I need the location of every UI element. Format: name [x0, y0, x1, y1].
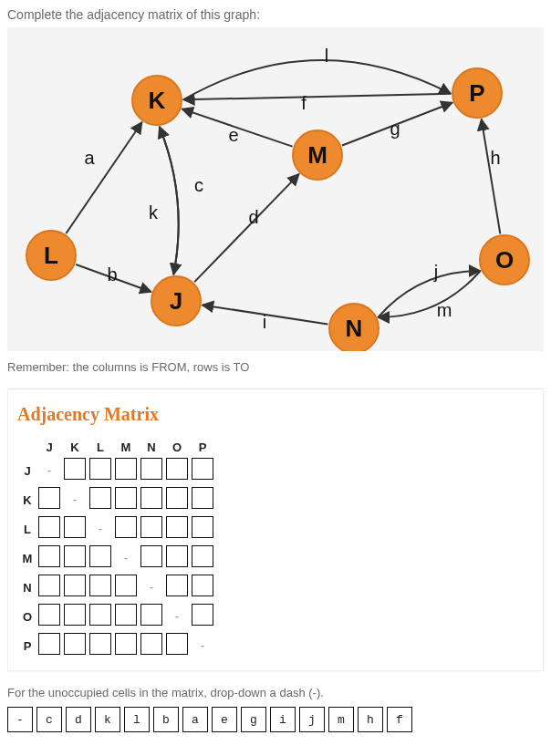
- answer-tile[interactable]: b: [153, 707, 179, 732]
- matrix-cell-slot[interactable]: [38, 575, 60, 596]
- graph-edge-label: c: [194, 175, 203, 195]
- matrix-cell-slot[interactable]: [89, 545, 111, 567]
- adjacency-matrix-table: JKLMNOP J-K-L-M-N-O-P-: [17, 438, 216, 661]
- matrix-cell-slot[interactable]: [38, 545, 60, 567]
- matrix-cell-slot[interactable]: [89, 604, 111, 626]
- graph-node-label: O: [495, 246, 514, 274]
- matrix-cell-slot[interactable]: [64, 458, 86, 480]
- matrix-panel: Adjacency Matrix JKLMNOP J-K-L-M-N-O-P-: [7, 388, 544, 671]
- matrix-cell-slot[interactable]: [192, 487, 213, 509]
- row-header: M: [19, 544, 36, 572]
- matrix-cell-slot[interactable]: [140, 516, 162, 538]
- col-header: J: [37, 440, 61, 455]
- matrix-cell-slot[interactable]: [115, 487, 137, 509]
- row-header: N: [19, 574, 36, 601]
- matrix-cell-slot[interactable]: [115, 458, 137, 480]
- matrix-cell-slot[interactable]: [89, 487, 111, 509]
- matrix-cell-slot[interactable]: [64, 516, 86, 538]
- footer-text: For the unoccupied cells in the matrix, …: [7, 686, 544, 699]
- answer-tile[interactable]: a: [182, 707, 208, 732]
- matrix-cell-slot[interactable]: [38, 487, 60, 509]
- graph-node-label: K: [149, 87, 166, 114]
- matrix-cell-slot[interactable]: [38, 633, 60, 655]
- matrix-cell-slot[interactable]: [192, 545, 213, 567]
- graph-edge-label: m: [437, 300, 452, 320]
- graph-node-label: M: [307, 141, 327, 169]
- matrix-cell-slot[interactable]: [166, 575, 188, 596]
- answer-tile[interactable]: e: [212, 707, 237, 732]
- graph-edge-label: f: [301, 93, 307, 113]
- graph-node-label: N: [346, 315, 363, 342]
- matrix-cell-slot[interactable]: [140, 633, 162, 655]
- row-header: J: [19, 457, 36, 484]
- graph-edge-label: g: [390, 119, 400, 139]
- graph-node-label: L: [44, 242, 58, 269]
- matrix-cell-slot[interactable]: [89, 575, 111, 596]
- graph-edge-label: l: [325, 46, 328, 66]
- matrix-cell-fixed: -: [64, 489, 86, 511]
- answer-tile[interactable]: h: [358, 707, 383, 732]
- matrix-cell-slot[interactable]: [192, 516, 213, 538]
- graph-panel: KPMLJNO abckdefghijml: [7, 27, 544, 351]
- graph-edge-label: e: [228, 125, 238, 145]
- answer-tile[interactable]: j: [299, 707, 325, 732]
- row-header: O: [19, 603, 36, 630]
- answer-tile[interactable]: -: [7, 707, 33, 732]
- matrix-cell-slot[interactable]: [192, 604, 213, 626]
- row-header: L: [19, 515, 36, 543]
- answer-tile[interactable]: i: [270, 707, 296, 732]
- matrix-cell-fixed: -: [115, 547, 137, 569]
- graph-edge: [183, 94, 451, 100]
- matrix-cell-slot[interactable]: [64, 633, 86, 655]
- graph-edge: [160, 127, 179, 274]
- matrix-cell-slot[interactable]: [38, 604, 60, 626]
- graph-edge-label: a: [84, 148, 95, 168]
- matrix-cell-slot[interactable]: [89, 458, 111, 480]
- matrix-cell-slot[interactable]: [166, 487, 188, 509]
- col-header: O: [165, 440, 189, 455]
- graph-edge: [160, 127, 179, 274]
- matrix-cell-slot[interactable]: [192, 458, 213, 480]
- graph-node-label: J: [170, 287, 182, 315]
- row-header: K: [19, 486, 36, 513]
- matrix-cell-slot[interactable]: [140, 604, 162, 626]
- graph-edge: [482, 119, 501, 234]
- answer-tile[interactable]: c: [36, 707, 62, 732]
- matrix-cell-slot[interactable]: [140, 545, 162, 567]
- matrix-cell-slot[interactable]: [166, 516, 188, 538]
- graph-svg: KPMLJNO abckdefghijml: [7, 27, 544, 351]
- answer-tile[interactable]: f: [387, 707, 412, 732]
- answer-tile[interactable]: k: [95, 707, 120, 732]
- matrix-cell-slot[interactable]: [38, 516, 60, 538]
- matrix-cell-fixed: -: [89, 518, 111, 540]
- answer-tile[interactable]: d: [66, 707, 91, 732]
- matrix-cell-slot[interactable]: [192, 575, 213, 596]
- matrix-cell-slot[interactable]: [64, 545, 86, 567]
- matrix-cell-slot[interactable]: [166, 545, 188, 567]
- prompt-text: Complete the adjacency matrix of this gr…: [7, 7, 544, 22]
- answer-tile[interactable]: l: [124, 707, 150, 732]
- col-header: L: [88, 440, 112, 455]
- answer-tile[interactable]: g: [241, 707, 266, 732]
- graph-edge: [378, 271, 480, 317]
- graph-edge-label: j: [433, 262, 438, 282]
- matrix-cell-fixed: -: [38, 460, 60, 482]
- matrix-cell-slot[interactable]: [115, 604, 137, 626]
- matrix-cell-slot[interactable]: [115, 575, 137, 596]
- graph-edge: [378, 271, 480, 317]
- matrix-cell-slot[interactable]: [115, 633, 137, 655]
- matrix-cell-slot[interactable]: [166, 458, 188, 480]
- graph-edge-label: d: [248, 207, 258, 227]
- col-header: N: [140, 440, 163, 455]
- matrix-cell-slot[interactable]: [140, 458, 162, 480]
- answer-tile[interactable]: m: [328, 707, 354, 732]
- matrix-cell-slot[interactable]: [64, 575, 86, 596]
- matrix-cell-fixed: -: [140, 576, 162, 598]
- matrix-cell-slot[interactable]: [166, 633, 188, 655]
- graph-edge: [194, 174, 299, 282]
- matrix-cell-slot[interactable]: [140, 487, 162, 509]
- col-header: M: [114, 440, 138, 455]
- matrix-cell-slot[interactable]: [64, 604, 86, 626]
- matrix-cell-slot[interactable]: [89, 633, 111, 655]
- matrix-cell-slot[interactable]: [115, 516, 137, 538]
